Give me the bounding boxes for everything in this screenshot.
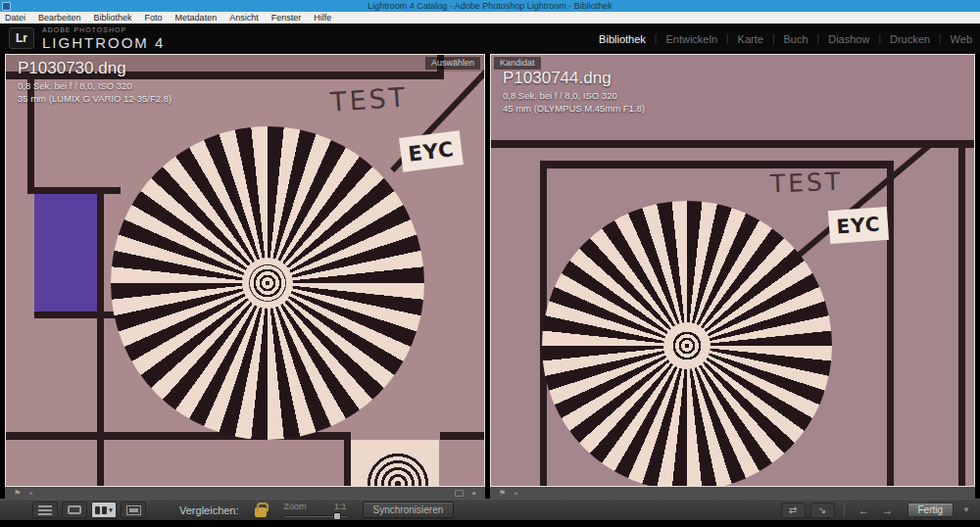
menu-hilfe[interactable]: Hilfe <box>314 13 331 23</box>
module-entwickeln[interactable]: Entwickeln <box>665 33 717 45</box>
select-badge: Auswählen <box>425 57 480 70</box>
menu-fenster[interactable]: Fenster <box>271 13 302 23</box>
module-separator: | <box>655 33 658 44</box>
select-reject-flag-icon[interactable]: × <box>28 489 33 498</box>
select-exposure: 0,8 Sek. bei f / 8,0, ISO 320 <box>18 80 172 91</box>
siemens-star <box>111 126 424 440</box>
candidate-footer-bar: ⚑ × <box>490 487 975 499</box>
select-remove-icon[interactable]: × <box>471 489 476 498</box>
select-photo-info: P1030730.dng 0,8 Sek. bei f / 8,0, ISO 3… <box>18 59 172 104</box>
lightroom-header: Lr ADOBE PHOTOSHOP LIGHTROOM 4 Bibliothe… <box>0 24 980 54</box>
module-drucken[interactable]: Drucken <box>890 33 930 45</box>
candidate-filename: P1030744.dng <box>503 69 645 88</box>
zoom-slider-thumb[interactable] <box>333 512 341 520</box>
candidate-photo-info: P1030744.dng 0,8 Sek. bei f / 8,0, ISO 3… <box>503 69 645 114</box>
toolbar-options-chevron-icon[interactable]: ▼ <box>962 505 970 514</box>
select-filename: P1030730.dng <box>18 59 172 78</box>
brand-block: ADOBE PHOTOSHOP LIGHTROOM 4 <box>42 26 165 51</box>
brand-adobe-photoshop: ADOBE PHOTOSHOP <box>42 26 165 33</box>
module-karte[interactable]: Karte <box>738 33 763 45</box>
compare-view-button[interactable]: ▾ <box>91 502 117 518</box>
menu-bearbeiten[interactable]: Bearbeiten <box>38 13 81 23</box>
menu-foto[interactable]: Foto <box>145 13 163 23</box>
module-separator: | <box>817 33 820 44</box>
chart-outer-right <box>958 148 965 487</box>
next-photo-icon[interactable]: → <box>882 503 894 517</box>
grid-view-button[interactable] <box>32 502 58 518</box>
select-footer-bar: ⚑ × × <box>5 487 485 499</box>
survey-view-icon <box>126 505 141 515</box>
menu-metadaten[interactable]: Metadaten <box>175 13 218 23</box>
bottom-strip <box>0 520 980 527</box>
module-separator: | <box>772 33 775 44</box>
module-separator: | <box>726 33 729 44</box>
loupe-view-icon <box>68 505 81 514</box>
module-web[interactable]: Web <box>951 33 972 45</box>
brand-lightroom-4: LIGHTROOM 4 <box>42 34 165 51</box>
module-picker: Bibliothek | Entwickeln | Karte | Buch |… <box>599 24 972 54</box>
compare-candidate-image[interactable]: TEST EYC Kandidat P1030744.dng 0,8 Sek. … <box>490 54 975 487</box>
chart-purple-patch <box>34 194 99 311</box>
chart-test-label: TEST <box>329 81 409 117</box>
swap-button[interactable]: ⇄ <box>781 503 806 518</box>
chart-outer-top <box>491 140 975 148</box>
app-icon <box>2 2 11 11</box>
make-select-button[interactable]: ↘ <box>810 503 835 518</box>
menu-bar: Datei Bearbeiten Bibliothek Foto Metadat… <box>0 12 980 24</box>
zoom-lock-icon[interactable] <box>255 507 267 517</box>
chart-test-label-2: TEST <box>770 168 844 199</box>
compare-select-image[interactable]: TEST EYC Auswählen P1030730.dng 0,8 Sek.… <box>5 54 485 487</box>
chart-line-h2 <box>27 187 121 194</box>
chart-line-v3 <box>344 432 351 487</box>
make-select-icon: ↘ <box>818 504 826 515</box>
select-rotate-icon[interactable] <box>455 490 464 497</box>
chart-line-v2 <box>97 187 104 487</box>
zoom-ratio: 1:1 <box>334 502 347 511</box>
zoom-label: Zoom <box>284 502 307 511</box>
candidate-pick-flag-icon[interactable]: ⚑ <box>499 489 506 498</box>
grid-view-icon <box>38 505 52 515</box>
module-diashow[interactable]: Diashow <box>828 33 869 45</box>
swap-icon: ⇄ <box>789 504 797 515</box>
toolbar-separator <box>844 503 845 517</box>
chart-line-h4b <box>440 432 485 440</box>
survey-view-button[interactable] <box>121 502 146 518</box>
zoom-control: Zoom 1:1 <box>284 502 347 519</box>
window-title: Lightroom 4 Catalog - Adobe Photoshop Li… <box>368 1 612 11</box>
candidate-exposure: 0,8 Sek. bei f / 8,0, ISO 320 <box>503 90 645 101</box>
menu-ansicht[interactable]: Ansicht <box>229 13 259 23</box>
candidate-lens: 45 mm (OLYMPUS M.45mm F1.8) <box>503 103 645 114</box>
module-bibliothek[interactable]: Bibliothek <box>599 33 646 45</box>
compare-label: Vergleichen: <box>179 504 239 516</box>
menu-bibliothek[interactable]: Bibliothek <box>94 13 132 23</box>
module-separator: | <box>878 33 881 44</box>
candidate-reject-flag-icon[interactable]: × <box>514 489 518 498</box>
chart-bullseye-box <box>351 440 439 487</box>
previous-photo-icon[interactable]: ← <box>858 503 870 517</box>
module-separator: | <box>939 33 942 44</box>
module-buch[interactable]: Buch <box>784 33 808 45</box>
lr-logo: Lr <box>9 27 34 49</box>
select-lens: 35 mm (LUMIX G VARIO 12-35/F2.8) <box>18 93 172 104</box>
chart-inner-right <box>887 168 894 487</box>
select-pick-flag-icon[interactable]: ⚑ <box>14 489 21 498</box>
bottom-toolbar: ▾ Vergleichen: Zoom 1:1 Synchronisieren … <box>0 499 980 520</box>
compare-view-icon: ▾ <box>95 506 113 514</box>
chart-eyc-label: EYC <box>399 130 464 171</box>
chart-line-h3 <box>34 311 117 318</box>
siemens-star-2 <box>542 201 832 487</box>
menu-datei[interactable]: Datei <box>5 13 25 23</box>
chart-eyc-label-2: EYC <box>828 207 889 244</box>
synchronize-button[interactable]: Synchronisieren <box>363 502 455 518</box>
done-button[interactable]: Fertig <box>907 503 955 517</box>
zoom-slider[interactable] <box>284 511 347 519</box>
title-bar: Lightroom 4 Catalog - Adobe Photoshop Li… <box>0 0 980 12</box>
loupe-view-button[interactable] <box>62 502 87 518</box>
